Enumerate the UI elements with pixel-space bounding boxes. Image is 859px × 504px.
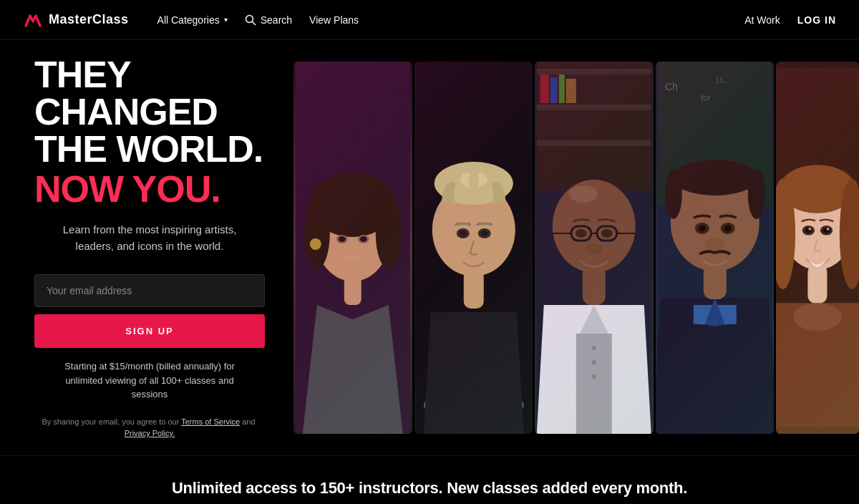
instructor-photo-neil: Ch for 16...: [656, 62, 775, 434]
bottom-banner: Unlimited access to 150+ instructors. Ne…: [0, 455, 859, 504]
at-work-link[interactable]: At Work: [744, 14, 780, 26]
svg-line-1: [252, 21, 255, 24]
search-button[interactable]: Search: [245, 14, 292, 26]
all-categories-button[interactable]: All Categories ▾: [157, 14, 228, 26]
instructor-photo-natalie: [776, 62, 859, 434]
login-button[interactable]: LOG IN: [797, 14, 836, 26]
view-plans-link[interactable]: View Plans: [309, 14, 359, 26]
headline-line1: THEY CHANGED THE WORLD.: [34, 56, 265, 168]
instructor-card-alicia: [293, 62, 412, 434]
instructor-photo-alicia: [293, 62, 412, 434]
signup-button[interactable]: SIGN UP: [34, 314, 265, 348]
instructor-photo-gordon: [414, 62, 533, 434]
logo-link[interactable]: MasterClass: [23, 10, 129, 30]
privacy-policy-link[interactable]: Privacy Policy.: [125, 429, 175, 437]
instructor-collage: Ch for 16...: [293, 40, 859, 455]
instructor-photo-samuel: [535, 62, 654, 434]
nav-right: At Work LOG IN: [744, 14, 836, 26]
svg-rect-84: [776, 68, 859, 427]
terms-text: By sharing your email, you agree to our …: [34, 416, 265, 440]
instructor-card-gordon: [414, 62, 533, 434]
nav-left: All Categories ▾ Search View Plans: [157, 14, 745, 26]
svg-rect-70: [657, 62, 772, 434]
email-input[interactable]: [34, 274, 265, 307]
svg-rect-53: [537, 62, 651, 434]
terms-of-service-link[interactable]: Terms of Service: [181, 417, 240, 426]
instructor-card-natalie: [776, 62, 859, 434]
chevron-down-icon: ▾: [224, 16, 228, 24]
hero-section: THEY CHANGED THE WORLD. NOW YOU. Learn f…: [0, 40, 859, 455]
hero-headline: THEY CHANGED THE WORLD. NOW YOU.: [34, 56, 265, 222]
unlimited-access-text: Unlimited access to 150+ instructors. Ne…: [0, 479, 859, 498]
masterclass-logo-icon: [23, 10, 43, 30]
svg-rect-28: [416, 62, 530, 434]
headline-accent: NOW YOU.: [34, 170, 265, 208]
hero-subtext: Learn from the most inspiring artists,le…: [34, 222, 265, 254]
search-icon: [245, 14, 256, 26]
instructor-card-samuel: [535, 62, 654, 434]
pricing-text: Starting at $15/month (billed annually) …: [34, 359, 265, 402]
logo-text: MasterClass: [49, 12, 129, 27]
svg-rect-14: [296, 62, 410, 434]
instructor-card-neil: Ch for 16...: [656, 62, 775, 434]
navbar: MasterClass All Categories ▾ Search View…: [0, 0, 859, 40]
hero-content: THEY CHANGED THE WORLD. NOW YOU. Learn f…: [0, 40, 293, 455]
